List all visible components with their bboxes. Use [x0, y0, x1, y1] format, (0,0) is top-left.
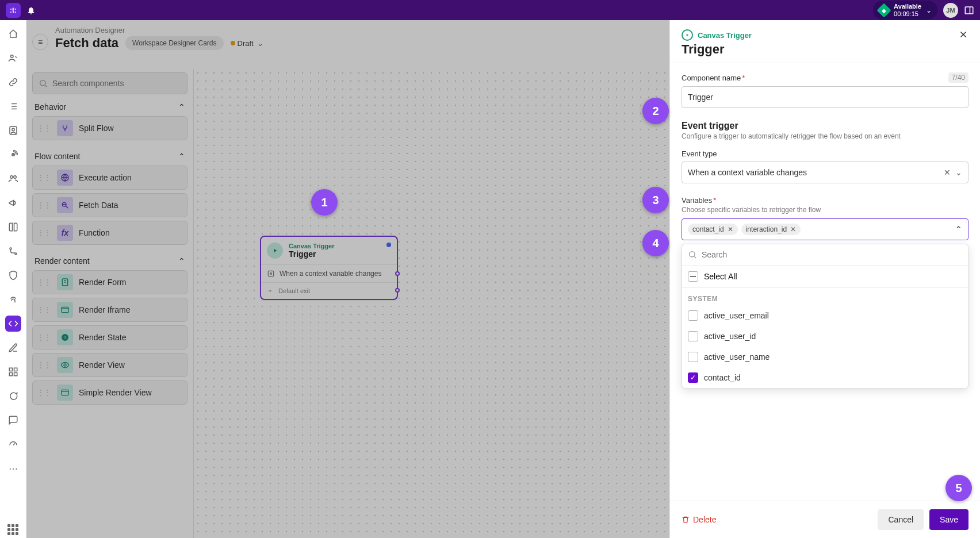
- workspace-status[interactable]: Draft ⌄: [231, 39, 263, 48]
- cancel-button[interactable]: Cancel: [878, 509, 924, 530]
- node-default-exit-row: Default exit: [261, 283, 397, 299]
- user-avatar[interactable]: JM: [943, 3, 958, 18]
- section-render-content[interactable]: Render content ⌃: [32, 248, 187, 270]
- component-execute-action[interactable]: ⋮⋮ Execute action: [32, 166, 187, 190]
- chip-contact-id: contact_id ✕: [688, 224, 738, 235]
- dropdown-item[interactable]: active_user_id: [682, 326, 968, 347]
- app-logo[interactable]: :t:: [6, 3, 21, 18]
- nav-book-icon[interactable]: [5, 219, 21, 235]
- search-icon: [688, 250, 697, 259]
- component-fetch-data[interactable]: ⋮⋮ Fetch Data: [32, 193, 187, 217]
- nav-home-icon[interactable]: [5, 26, 21, 42]
- chip-remove-icon[interactable]: ✕: [790, 225, 796, 233]
- simple-view-icon: [57, 385, 73, 401]
- play-circle-icon: [267, 243, 283, 259]
- svg-rect-35: [62, 390, 68, 395]
- nav-gauge-icon[interactable]: [5, 436, 21, 452]
- dropdown-item[interactable]: active_user_email: [682, 305, 968, 326]
- svg-text:!: !: [64, 335, 66, 340]
- nav-team-icon[interactable]: [5, 171, 21, 187]
- nav-fingerprint-icon[interactable]: [5, 291, 21, 308]
- component-simple-render-view[interactable]: ⋮⋮ Simple Render View: [32, 381, 187, 405]
- nav-edit-icon[interactable]: [5, 340, 21, 356]
- nav-chat2-icon[interactable]: [5, 412, 21, 428]
- panel-title: Trigger: [682, 42, 752, 57]
- nav-code-icon[interactable]: [5, 316, 21, 332]
- svg-marker-37: [274, 249, 277, 253]
- annotation-4: 4: [642, 230, 669, 256]
- component-render-form[interactable]: ⋮⋮ Render Form: [32, 270, 187, 294]
- section-flow-content[interactable]: Flow content ⌃: [32, 144, 187, 166]
- svg-point-42: [690, 252, 695, 257]
- dropdown-item[interactable]: ✓ contact_id: [682, 367, 968, 388]
- node-event-row: When a context variable changes: [261, 265, 397, 282]
- function-icon: fx: [57, 225, 73, 241]
- event-type-select[interactable]: When a context variable changes ✕ ⌄: [682, 162, 968, 183]
- workspace-title: Fetch data: [55, 36, 118, 51]
- component-split-flow[interactable]: ⋮⋮ Split Flow: [32, 116, 187, 140]
- nav-shield-icon[interactable]: [5, 267, 21, 283]
- svg-line-25: [66, 206, 68, 208]
- event-trigger-subtitle: Configure a trigger to automatically ret…: [682, 132, 968, 140]
- svg-point-21: [40, 80, 45, 86]
- globe-icon: [57, 170, 73, 186]
- nav-megaphone-icon[interactable]: [5, 195, 21, 211]
- top-bar: :t: ◆ Available 00:09:15 ⌄ JM: [0, 0, 980, 20]
- nav-more-icon[interactable]: ⋯: [5, 460, 21, 476]
- component-render-view[interactable]: ⋮⋮ Render View: [32, 353, 187, 377]
- nav-link-icon[interactable]: [5, 74, 21, 90]
- svg-rect-19: [9, 373, 12, 376]
- drag-handle-icon: ⋮⋮: [37, 278, 51, 286]
- split-flow-icon: [57, 120, 73, 136]
- svg-point-12: [13, 154, 14, 155]
- svg-rect-30: [62, 307, 68, 312]
- form-icon: [57, 274, 73, 290]
- svg-point-13: [10, 176, 13, 179]
- checkbox-icon: [688, 310, 698, 321]
- search-components-input[interactable]: [32, 72, 187, 94]
- dropdown-item[interactable]: active_user_name: [682, 347, 968, 367]
- chip-remove-icon[interactable]: ✕: [728, 225, 733, 233]
- nav-chat-icon[interactable]: [5, 388, 21, 404]
- nav-radar-icon[interactable]: [5, 147, 21, 163]
- event-trigger-title: Event trigger: [682, 121, 968, 131]
- component-function[interactable]: ⋮⋮ fx Function: [32, 221, 187, 245]
- nav-list-icon[interactable]: [5, 98, 21, 114]
- config-panel: Canvas Trigger Trigger Component name* 7…: [669, 20, 980, 538]
- dropdown-search[interactable]: [682, 244, 968, 265]
- layout-panel-icon[interactable]: [964, 5, 974, 16]
- panel-type-label: Canvas Trigger: [682, 29, 752, 41]
- save-button[interactable]: Save: [929, 509, 968, 530]
- nav-people-icon[interactable]: [5, 50, 21, 66]
- chevron-down-icon: ⌄: [955, 168, 962, 177]
- apps-launcher-icon[interactable]: [5, 522, 21, 538]
- nav-contact-icon[interactable]: [5, 122, 21, 139]
- component-name-input[interactable]: [682, 86, 968, 108]
- chevron-down-icon: ⌄: [257, 39, 263, 48]
- delete-button[interactable]: Delete: [682, 515, 716, 524]
- variables-multiselect[interactable]: contact_id ✕ interaction_id ✕ ⌃: [682, 218, 968, 240]
- svg-point-14: [13, 176, 16, 179]
- play-circle-icon: [682, 29, 693, 41]
- notifications-icon[interactable]: [26, 6, 36, 15]
- svg-point-2: [10, 55, 13, 58]
- component-render-iframe[interactable]: ⋮⋮ Render Iframe: [32, 298, 187, 322]
- dropdown-select-all[interactable]: Select All: [682, 265, 968, 288]
- svg-point-15: [10, 248, 12, 249]
- checkbox-icon: [688, 352, 698, 362]
- svg-line-43: [694, 256, 696, 258]
- component-render-state[interactable]: ⋮⋮ ! Render State: [32, 325, 187, 349]
- drag-handle-icon: ⋮⋮: [37, 361, 51, 369]
- nav-grid-icon[interactable]: [5, 364, 21, 380]
- canvas[interactable]: Canvas Trigger Trigger When a context va…: [193, 69, 669, 538]
- collapse-sidebar-button[interactable]: ≡: [32, 34, 48, 50]
- nav-flow-icon[interactable]: [5, 243, 21, 259]
- section-behavior[interactable]: Behavior ⌃: [32, 94, 187, 116]
- dropdown-group-system: SYSTEM: [682, 288, 968, 305]
- canvas-node-trigger[interactable]: Canvas Trigger Trigger When a context va…: [260, 236, 398, 300]
- status-time: 00:09:15: [894, 10, 921, 17]
- clear-icon[interactable]: ✕: [944, 168, 951, 177]
- agent-status-pill[interactable]: ◆ Available 00:09:15 ⌄: [873, 1, 937, 19]
- search-icon: [39, 79, 48, 88]
- close-panel-button[interactable]: [958, 29, 968, 40]
